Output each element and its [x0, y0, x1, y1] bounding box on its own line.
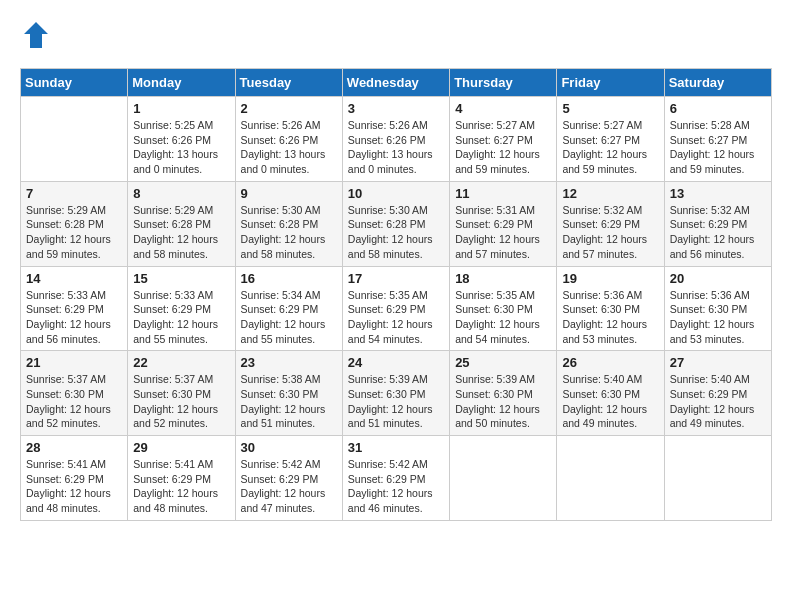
- day-info: Sunrise: 5:32 AM Sunset: 6:29 PM Dayligh…: [670, 203, 766, 262]
- day-number: 2: [241, 101, 337, 116]
- calendar-cell: 11Sunrise: 5:31 AM Sunset: 6:29 PM Dayli…: [450, 181, 557, 266]
- calendar-cell: [557, 436, 664, 521]
- day-number: 5: [562, 101, 658, 116]
- day-number: 30: [241, 440, 337, 455]
- calendar-cell: [21, 97, 128, 182]
- day-info: Sunrise: 5:34 AM Sunset: 6:29 PM Dayligh…: [241, 288, 337, 347]
- calendar-cell: 30Sunrise: 5:42 AM Sunset: 6:29 PM Dayli…: [235, 436, 342, 521]
- day-info: Sunrise: 5:37 AM Sunset: 6:30 PM Dayligh…: [133, 372, 229, 431]
- calendar-cell: 8Sunrise: 5:29 AM Sunset: 6:28 PM Daylig…: [128, 181, 235, 266]
- day-number: 15: [133, 271, 229, 286]
- calendar-cell: 10Sunrise: 5:30 AM Sunset: 6:28 PM Dayli…: [342, 181, 449, 266]
- day-info: Sunrise: 5:36 AM Sunset: 6:30 PM Dayligh…: [670, 288, 766, 347]
- day-info: Sunrise: 5:30 AM Sunset: 6:28 PM Dayligh…: [241, 203, 337, 262]
- calendar-cell: [450, 436, 557, 521]
- calendar-cell: 17Sunrise: 5:35 AM Sunset: 6:29 PM Dayli…: [342, 266, 449, 351]
- calendar-week-row: 14Sunrise: 5:33 AM Sunset: 6:29 PM Dayli…: [21, 266, 772, 351]
- day-info: Sunrise: 5:26 AM Sunset: 6:26 PM Dayligh…: [348, 118, 444, 177]
- day-number: 24: [348, 355, 444, 370]
- calendar-cell: 18Sunrise: 5:35 AM Sunset: 6:30 PM Dayli…: [450, 266, 557, 351]
- calendar-cell: 7Sunrise: 5:29 AM Sunset: 6:28 PM Daylig…: [21, 181, 128, 266]
- calendar-week-row: 7Sunrise: 5:29 AM Sunset: 6:28 PM Daylig…: [21, 181, 772, 266]
- day-info: Sunrise: 5:27 AM Sunset: 6:27 PM Dayligh…: [455, 118, 551, 177]
- day-info: Sunrise: 5:31 AM Sunset: 6:29 PM Dayligh…: [455, 203, 551, 262]
- logo: [20, 20, 56, 52]
- day-info: Sunrise: 5:36 AM Sunset: 6:30 PM Dayligh…: [562, 288, 658, 347]
- calendar-cell: 14Sunrise: 5:33 AM Sunset: 6:29 PM Dayli…: [21, 266, 128, 351]
- day-info: Sunrise: 5:42 AM Sunset: 6:29 PM Dayligh…: [241, 457, 337, 516]
- calendar-cell: 9Sunrise: 5:30 AM Sunset: 6:28 PM Daylig…: [235, 181, 342, 266]
- day-info: Sunrise: 5:25 AM Sunset: 6:26 PM Dayligh…: [133, 118, 229, 177]
- day-info: Sunrise: 5:33 AM Sunset: 6:29 PM Dayligh…: [133, 288, 229, 347]
- day-number: 7: [26, 186, 122, 201]
- day-number: 8: [133, 186, 229, 201]
- day-number: 12: [562, 186, 658, 201]
- day-number: 9: [241, 186, 337, 201]
- calendar-week-row: 28Sunrise: 5:41 AM Sunset: 6:29 PM Dayli…: [21, 436, 772, 521]
- day-number: 6: [670, 101, 766, 116]
- column-header-tuesday: Tuesday: [235, 69, 342, 97]
- calendar-cell: 3Sunrise: 5:26 AM Sunset: 6:26 PM Daylig…: [342, 97, 449, 182]
- calendar-week-row: 21Sunrise: 5:37 AM Sunset: 6:30 PM Dayli…: [21, 351, 772, 436]
- column-header-wednesday: Wednesday: [342, 69, 449, 97]
- calendar-cell: 2Sunrise: 5:26 AM Sunset: 6:26 PM Daylig…: [235, 97, 342, 182]
- day-info: Sunrise: 5:35 AM Sunset: 6:30 PM Dayligh…: [455, 288, 551, 347]
- calendar-cell: 12Sunrise: 5:32 AM Sunset: 6:29 PM Dayli…: [557, 181, 664, 266]
- day-number: 3: [348, 101, 444, 116]
- calendar-cell: 28Sunrise: 5:41 AM Sunset: 6:29 PM Dayli…: [21, 436, 128, 521]
- calendar-cell: 31Sunrise: 5:42 AM Sunset: 6:29 PM Dayli…: [342, 436, 449, 521]
- day-number: 17: [348, 271, 444, 286]
- day-info: Sunrise: 5:41 AM Sunset: 6:29 PM Dayligh…: [133, 457, 229, 516]
- day-number: 4: [455, 101, 551, 116]
- calendar-header-row: SundayMondayTuesdayWednesdayThursdayFrid…: [21, 69, 772, 97]
- calendar-table: SundayMondayTuesdayWednesdayThursdayFrid…: [20, 68, 772, 521]
- calendar-cell: 13Sunrise: 5:32 AM Sunset: 6:29 PM Dayli…: [664, 181, 771, 266]
- day-info: Sunrise: 5:33 AM Sunset: 6:29 PM Dayligh…: [26, 288, 122, 347]
- day-number: 25: [455, 355, 551, 370]
- column-header-monday: Monday: [128, 69, 235, 97]
- day-number: 26: [562, 355, 658, 370]
- day-number: 31: [348, 440, 444, 455]
- day-number: 20: [670, 271, 766, 286]
- svg-marker-0: [24, 22, 48, 48]
- column-header-friday: Friday: [557, 69, 664, 97]
- day-info: Sunrise: 5:29 AM Sunset: 6:28 PM Dayligh…: [26, 203, 122, 262]
- day-info: Sunrise: 5:29 AM Sunset: 6:28 PM Dayligh…: [133, 203, 229, 262]
- calendar-cell: 1Sunrise: 5:25 AM Sunset: 6:26 PM Daylig…: [128, 97, 235, 182]
- day-info: Sunrise: 5:37 AM Sunset: 6:30 PM Dayligh…: [26, 372, 122, 431]
- day-number: 10: [348, 186, 444, 201]
- day-number: 22: [133, 355, 229, 370]
- day-number: 23: [241, 355, 337, 370]
- calendar-cell: 20Sunrise: 5:36 AM Sunset: 6:30 PM Dayli…: [664, 266, 771, 351]
- calendar-cell: 23Sunrise: 5:38 AM Sunset: 6:30 PM Dayli…: [235, 351, 342, 436]
- day-info: Sunrise: 5:38 AM Sunset: 6:30 PM Dayligh…: [241, 372, 337, 431]
- calendar-cell: 19Sunrise: 5:36 AM Sunset: 6:30 PM Dayli…: [557, 266, 664, 351]
- day-info: Sunrise: 5:41 AM Sunset: 6:29 PM Dayligh…: [26, 457, 122, 516]
- calendar-cell: [664, 436, 771, 521]
- calendar-cell: 4Sunrise: 5:27 AM Sunset: 6:27 PM Daylig…: [450, 97, 557, 182]
- day-info: Sunrise: 5:39 AM Sunset: 6:30 PM Dayligh…: [348, 372, 444, 431]
- day-info: Sunrise: 5:39 AM Sunset: 6:30 PM Dayligh…: [455, 372, 551, 431]
- day-number: 29: [133, 440, 229, 455]
- calendar-cell: 6Sunrise: 5:28 AM Sunset: 6:27 PM Daylig…: [664, 97, 771, 182]
- day-info: Sunrise: 5:27 AM Sunset: 6:27 PM Dayligh…: [562, 118, 658, 177]
- day-number: 14: [26, 271, 122, 286]
- calendar-cell: 29Sunrise: 5:41 AM Sunset: 6:29 PM Dayli…: [128, 436, 235, 521]
- calendar-cell: 27Sunrise: 5:40 AM Sunset: 6:29 PM Dayli…: [664, 351, 771, 436]
- day-info: Sunrise: 5:26 AM Sunset: 6:26 PM Dayligh…: [241, 118, 337, 177]
- day-number: 21: [26, 355, 122, 370]
- day-number: 19: [562, 271, 658, 286]
- calendar-cell: 25Sunrise: 5:39 AM Sunset: 6:30 PM Dayli…: [450, 351, 557, 436]
- column-header-sunday: Sunday: [21, 69, 128, 97]
- day-number: 27: [670, 355, 766, 370]
- calendar-cell: 26Sunrise: 5:40 AM Sunset: 6:30 PM Dayli…: [557, 351, 664, 436]
- page-header: [20, 20, 772, 52]
- calendar-cell: 5Sunrise: 5:27 AM Sunset: 6:27 PM Daylig…: [557, 97, 664, 182]
- day-info: Sunrise: 5:40 AM Sunset: 6:30 PM Dayligh…: [562, 372, 658, 431]
- day-info: Sunrise: 5:32 AM Sunset: 6:29 PM Dayligh…: [562, 203, 658, 262]
- logo-icon: [20, 20, 52, 52]
- day-number: 1: [133, 101, 229, 116]
- day-number: 28: [26, 440, 122, 455]
- day-number: 11: [455, 186, 551, 201]
- day-info: Sunrise: 5:40 AM Sunset: 6:29 PM Dayligh…: [670, 372, 766, 431]
